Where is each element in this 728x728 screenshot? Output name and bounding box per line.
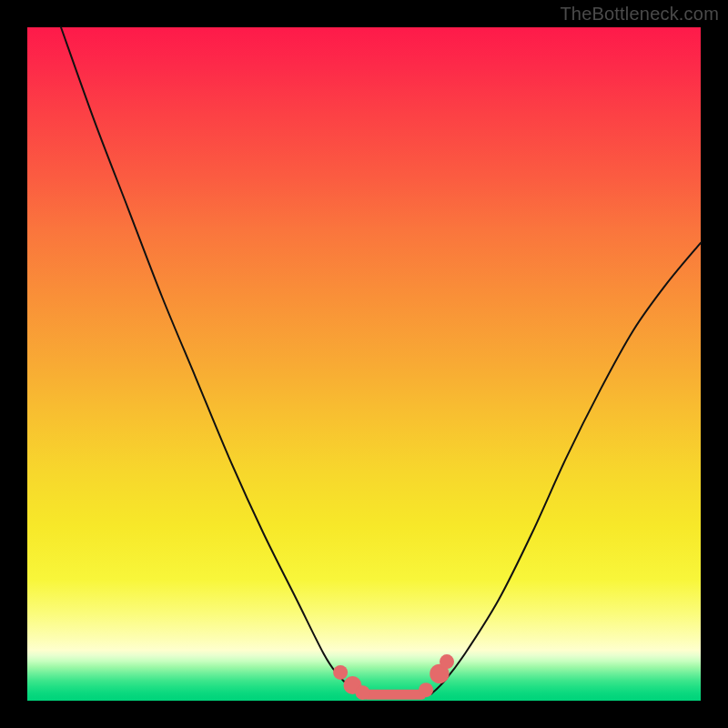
left-curve <box>61 27 364 695</box>
right-curve <box>431 243 701 694</box>
accent-segment <box>333 654 454 700</box>
curve-layer <box>27 27 701 701</box>
accent-dot <box>419 682 433 697</box>
chart-frame: TheBottleneck.com <box>0 0 728 728</box>
plot-area <box>27 27 701 701</box>
accent-dot <box>356 685 370 700</box>
accent-dot <box>440 654 454 669</box>
accent-dot <box>333 665 348 680</box>
watermark-text: TheBottleneck.com <box>560 4 719 25</box>
